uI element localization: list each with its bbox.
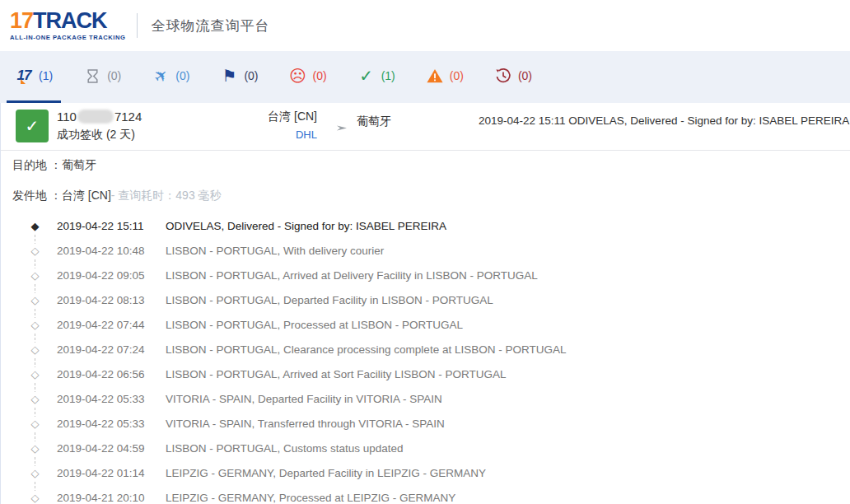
destination-row: 目的地 ：葡萄牙 [1,151,850,180]
airplane-icon: ✈ [150,65,171,86]
timeline-row: ◇ 2019-04-22 04:59 LISBON - PORTUGAL, Cu… [1,436,850,460]
timeline-event: VITORIA - SPAIN, Transferred through VIT… [166,418,445,430]
timeline-row: ◇ 2019-04-22 08:13 LISBON - PORTUGAL, De… [1,287,850,312]
timeline-time: 2019-04-22 08:13 [57,294,145,306]
tab-in-transit[interactable]: ✈ (0) [143,51,198,103]
timeline-diamond-icon: ◇ [28,491,42,504]
page-header: 17TRACK ALL-IN-ONE PACKAGE TRACKING 全球物流… [0,0,850,51]
timeline-row: ◇ 2019-04-22 10:48 LISBON - PORTUGAL, Wi… [1,238,850,263]
timeline-diamond-icon: ◇ [28,318,42,332]
tab-pickup[interactable]: ⚑ (0) [212,51,266,103]
header-divider [137,13,138,38]
tab-count: (0) [450,69,464,82]
origin-country: 台湾 [CN] [268,110,317,124]
timeline-time: 2019-04-22 07:24 [57,343,145,356]
timeline-event: LISBON - PORTUGAL, Arrived at Delivery F… [166,269,538,282]
timeline-diamond-icon: ◇ [28,367,42,381]
timeline-time: 2019-04-22 04:59 [57,442,145,455]
sad-face-icon: ☹ [289,68,306,84]
timeline-time: 2019-04-22 10:48 [57,245,145,257]
tab-count: (1) [39,69,53,82]
timeline-diamond-icon: ◇ [28,392,42,406]
timeline-diamond-icon: ◇ [28,343,42,357]
logo-wordmark: 17TRACK [10,10,125,32]
tracking-number-block: 1107124 成功签收 (2 天) [57,110,142,142]
timeline-time: 2019-04-22 15:11 [57,220,144,232]
timeline-diamond-icon: ◇ [28,244,42,258]
timeline-time: 2019-04-22 06:56 [57,368,145,380]
logo-tagline: ALL-IN-ONE PACKAGE TRACKING [10,35,125,41]
check-icon: ✓ [359,68,373,84]
latest-event-text: 2019-04-22 15:11 ODIVELAS, Delivered - S… [479,114,849,127]
tab-delivered[interactable]: ✓ (1) [349,51,404,103]
timeline-event: LISBON - PORTUGAL, Processed at LISBON -… [166,319,463,331]
timeline-row: ◇ 2019-04-21 20:10 LEIPZIG - GERMANY, Pr… [1,485,850,504]
timeline-event: LEIPZIG - GERMANY, Processed at LEIPZIG … [166,492,455,504]
timeline-time: 2019-04-22 01:14 [57,467,145,479]
tab-count: (0) [175,69,189,82]
timeline-event: LISBON - PORTUGAL, Clearance processing … [166,343,566,356]
carrier-link[interactable]: DHL [268,128,317,141]
tracking-number-suffix: 7124 [114,110,142,124]
timeline-row: ◇ 2019-04-22 05:33 VITORIA - SPAIN, Tran… [1,411,850,436]
timeline-event: LISBON - PORTUGAL, Customs status update… [166,442,404,455]
tab-undelivered[interactable]: ☹ (0) [281,51,335,103]
site-title: 全球物流查询平台 [151,16,269,35]
origin-row: 发件地 ：台湾 [CN] - 查询耗时：493 毫秒 [1,180,850,212]
timeline-diamond-icon: ◇ [28,268,42,282]
timeline-diamond-icon: ◇ [28,441,42,455]
tab-count: (1) [381,69,395,82]
destination-country: 葡萄牙 [357,114,391,129]
timeline-event: LISBON - PORTUGAL, With delivery courier [166,245,384,257]
logo-track: TRACK [33,8,107,33]
timeline-time: 2019-04-22 05:33 [57,393,145,405]
timeline-event: LISBON - PORTUGAL, Departed Facility in … [166,294,493,306]
route-origin-block: 台湾 [CN] DHL [268,110,317,141]
tracking-result-panel: ✓ 1107124 成功签收 (2 天) 台湾 [CN] DHL 葡萄牙 201… [0,103,850,504]
tracking-timeline: ◆ 2019-04-22 15:11 ODIVELAS, Delivered -… [1,212,850,504]
history-clock-icon [494,67,512,85]
tracking-summary-row[interactable]: ✓ 1107124 成功签收 (2 天) 台湾 [CN] DHL 葡萄牙 201… [1,103,850,151]
hourglass-icon [83,67,101,85]
query-time: - 查询耗时：493 毫秒 [111,189,222,203]
logo-17: 17 [10,8,33,33]
timeline-time: 2019-04-22 05:33 [57,418,145,430]
timeline-event: LEIPZIG - GERMANY, Departed Facility in … [166,467,486,479]
timeline-row: ◇ 2019-04-22 06:56 LISBON - PORTUGAL, Ar… [1,362,850,386]
flag-icon: ⚑ [222,68,236,84]
timeline-row: ◇ 2019-04-22 07:44 LISBON - PORTUGAL, Pr… [1,312,850,337]
timeline-row: ◆ 2019-04-22 15:11 ODIVELAS, Delivered -… [1,213,850,238]
timeline-time: 2019-04-21 20:10 [57,492,145,504]
tab-alert[interactable]: (0) [418,51,472,103]
timeline-event: VITORIA - SPAIN, Departed Facility in VI… [166,393,442,405]
tab-count: (0) [313,69,327,82]
status-tabbar: 17 (1) (0) ✈ (0) ⚑ (0) ☹ (0) ✓ (1) ( [0,51,850,103]
tab-count: (0) [244,69,258,82]
seventeen-logo-icon: 17 [15,67,33,85]
timeline-time: 2019-04-22 09:05 [57,269,145,282]
tracking-number-redaction [77,110,114,124]
seventeen-track-logo[interactable]: 17TRACK ALL-IN-ONE PACKAGE TRACKING [10,10,125,41]
timeline-event: LISBON - PORTUGAL, Arrived at Sort Facil… [166,368,507,380]
timeline-row: ◇ 2019-04-22 07:24 LISBON - PORTUGAL, Cl… [1,337,850,362]
tracking-number[interactable]: 1107124 [57,110,142,124]
timeline-time: 2019-04-22 07:44 [57,319,145,331]
route-arrow-icon [325,121,348,131]
tracking-number-prefix: 110 [57,110,77,124]
timeline-diamond-icon: ◇ [28,466,42,480]
timeline-row: ◇ 2019-04-22 05:33 VITORIA - SPAIN, Depa… [1,386,850,411]
warning-triangle-icon [426,67,444,85]
tab-all[interactable]: 17 (1) [7,51,61,103]
timeline-diamond-icon: ◇ [28,293,42,307]
tab-count: (0) [518,69,532,82]
destination-label: 目的地 ： [12,158,62,173]
tracking-status: 成功签收 (2 天) [57,128,142,142]
timeline-row: ◇ 2019-04-22 01:14 LEIPZIG - GERMANY, De… [1,460,850,485]
timeline-row: ◇ 2019-04-22 09:05 LISBON - PORTUGAL, Ar… [1,263,850,287]
tab-pending[interactable]: (0) [75,51,129,103]
tab-expired[interactable]: (0) [486,51,540,103]
tab-count: (0) [107,69,121,82]
delivered-check-badge: ✓ [16,110,49,142]
destination-value: 葡萄牙 [62,158,96,173]
timeline-event: ODIVELAS, Delivered - Signed for by: ISA… [166,220,446,232]
